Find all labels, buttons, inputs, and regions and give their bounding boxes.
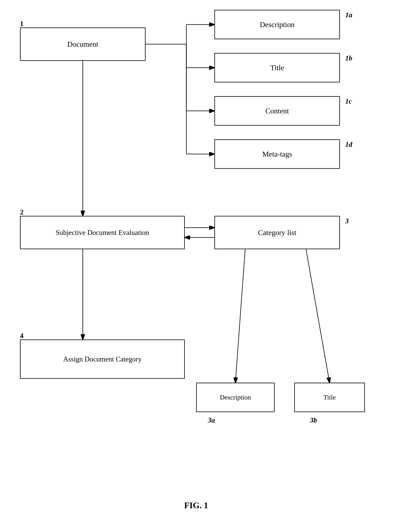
title-3b-label: Title [323,394,336,401]
description-3a-label: Description [220,394,251,401]
content-1c-box: Content [214,96,340,126]
description-1a-box: Description [214,10,340,39]
ref-1: 1 [20,20,24,28]
figure-label: FIG. 1 [157,500,235,510]
assign-label: Assign Document Category [63,355,142,363]
ref-2: 2 [20,208,24,216]
svg-line-15 [306,249,330,383]
ref-3b: 3b [310,416,317,424]
title-1b-label: Title [270,63,284,72]
description-3a-box: Description [196,383,275,412]
metatags-1d-box: Meta-tags [214,139,340,169]
categorylist-label: Category list [258,228,296,237]
document-box: Document [20,27,146,61]
subjective-label: Subjective Document Evaluation [56,228,149,237]
ref-1b: 1b [345,54,352,62]
title-1b-box: Title [214,53,340,82]
title-3b-box: Title [294,383,365,412]
metatags-1d-label: Meta-tags [262,150,292,158]
ref-3: 3 [345,217,349,225]
ref-1a: 1a [345,11,352,19]
categorylist-box: Category list [214,216,340,249]
ref-3a: 3a [208,416,215,424]
ref-1c: 1c [345,97,352,105]
svg-line-14 [235,249,245,383]
description-1a-label: Description [260,20,294,29]
ref-1d: 1d [345,140,352,149]
assign-box: Assign Document Category [20,340,185,379]
document-label: Document [67,40,98,49]
subjective-box: Subjective Document Evaluation [20,216,185,249]
content-1c-label: Content [265,107,289,115]
ref-4: 4 [20,332,24,340]
